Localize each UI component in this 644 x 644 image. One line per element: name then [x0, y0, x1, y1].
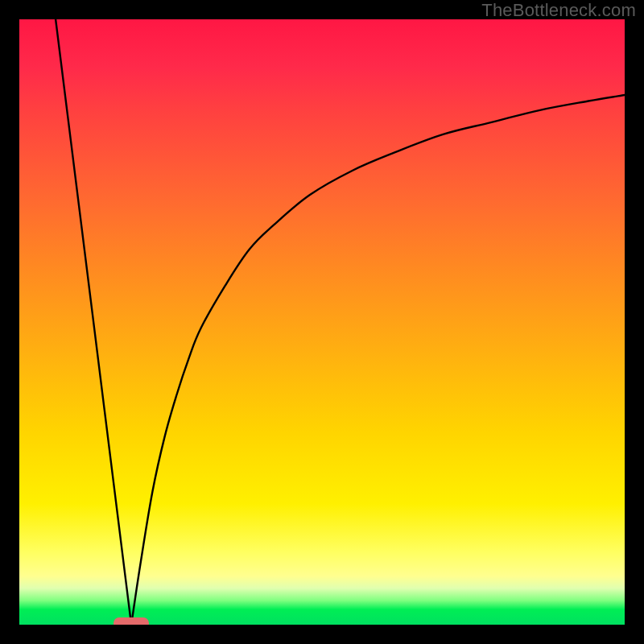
- watermark-text: TheBottleneck.com: [481, 0, 636, 21]
- chart-frame: TheBottleneck.com: [0, 0, 644, 644]
- right-branch: [131, 95, 625, 625]
- plot-area: [19, 19, 625, 625]
- optimal-marker: [114, 617, 149, 625]
- left-branch: [56, 19, 131, 625]
- curve-layer: [19, 19, 625, 625]
